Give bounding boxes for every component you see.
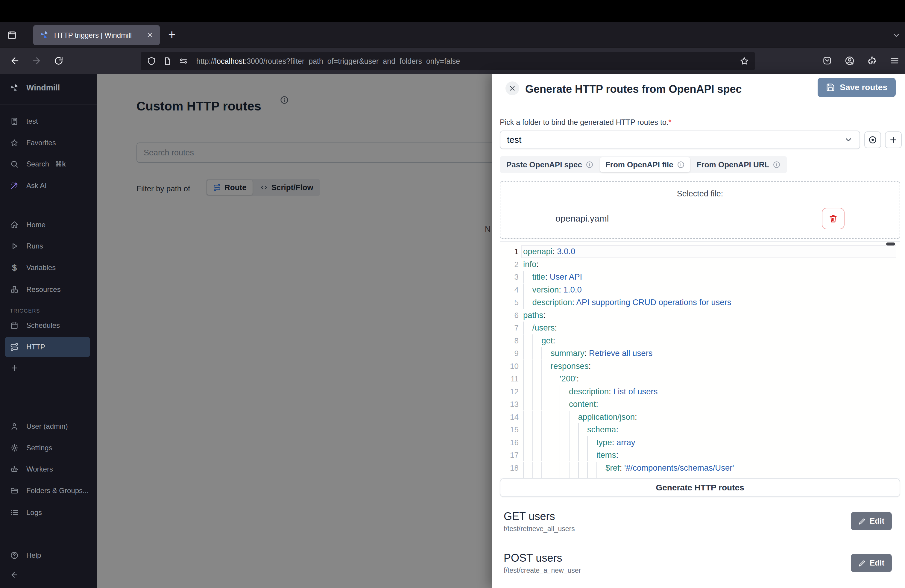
edit-route-button[interactable]: Edit (851, 554, 892, 572)
tab-from-url[interactable]: From OpenAPI URL (691, 157, 786, 172)
tab-paste-spec[interactable]: Paste OpenAPI spec (501, 157, 599, 172)
remove-file-button[interactable] (822, 208, 845, 229)
sidebar-item-search[interactable]: Search ⌘k (0, 154, 97, 174)
sidebar-item-runs[interactable]: Runs (0, 237, 97, 256)
info-icon (586, 161, 594, 168)
url-bar[interactable]: http://localhost:3000/routes?filter_path… (141, 52, 755, 70)
sidebar-item-schedules[interactable]: Schedules (0, 316, 97, 335)
add-folder-button[interactable] (885, 132, 902, 148)
sidebar-item-help[interactable]: Help (0, 546, 97, 565)
file-row: openapi.yaml (556, 207, 845, 230)
yaml-code-editor[interactable]: 1openapi: 3.0.02info:3title: User API4ve… (500, 241, 900, 478)
sidebar-item-folders[interactable]: Folders & Groups... (0, 481, 97, 500)
tab-from-file[interactable]: From OpenAPI file (600, 157, 690, 172)
user-icon (10, 422, 19, 431)
generate-routes-drawer: Generate HTTP routes from OpenAPI spec S… (492, 74, 905, 588)
selected-file-label: Selected file: (500, 189, 900, 199)
sidebar-item-home[interactable]: Home (0, 215, 97, 234)
tab-list-chevron-icon[interactable] (892, 31, 901, 40)
sidebar-add-trigger[interactable] (0, 358, 97, 378)
list-icon (10, 509, 19, 517)
selected-file-box: Selected file: openapi.yaml (500, 181, 900, 238)
brand-label: Windmill (26, 83, 60, 92)
reload-button[interactable] (54, 56, 64, 66)
tab-title: HTTP triggers | Windmill (54, 31, 144, 40)
magic-wand-icon (10, 181, 19, 190)
generate-routes-button[interactable]: Generate HTTP routes (500, 478, 900, 497)
tab-close-icon[interactable]: ✕ (147, 30, 153, 40)
route-icon (10, 343, 19, 351)
code-line: 1openapi: 3.0.0 (500, 245, 900, 258)
sidebar-item-settings[interactable]: Settings (0, 438, 97, 458)
spec-source-tabs: Paste OpenAPI spec From OpenAPI file Fro… (500, 156, 787, 173)
macos-menubar (0, 0, 905, 22)
code-line: 3title: User API (500, 271, 900, 283)
code-line: 7/users: (500, 321, 900, 334)
sidebar-item-favorites[interactable]: Favorites (0, 133, 97, 153)
save-routes-button[interactable]: Save routes (818, 78, 896, 97)
sidebar-item-ask-ai[interactable]: Ask AI (0, 176, 97, 195)
bookmark-star-icon[interactable] (740, 56, 749, 66)
code-line: 6paths: (500, 309, 900, 322)
building-icon (10, 117, 19, 126)
folder-select-value: test (507, 135, 521, 145)
code-line: 5description: API supporting CRUD operat… (500, 296, 900, 309)
code-line: 8get: (500, 334, 900, 347)
browser-tab[interactable]: HTTP triggers | Windmill ✕ (33, 25, 160, 45)
sidebar-item-workers[interactable]: Workers (0, 459, 97, 479)
sidebar-item-workspace[interactable]: test (0, 112, 97, 131)
code-line: 14application/json: (500, 411, 900, 424)
folder-select[interactable]: test (500, 130, 860, 149)
robot-icon (10, 465, 19, 474)
sidebar-item-logs[interactable]: Logs (0, 503, 97, 522)
account-icon[interactable] (845, 56, 855, 66)
windmill-logo[interactable]: Windmill (0, 78, 97, 97)
trash-icon (829, 214, 838, 223)
windmill-pinwheel-icon (10, 83, 19, 93)
new-tab-button[interactable]: + (168, 27, 176, 42)
back-button[interactable] (10, 56, 20, 66)
code-lines: 1openapi: 3.0.02info:3title: User API4ve… (500, 242, 900, 478)
code-line: 16type: array (500, 436, 900, 449)
url-text: http://localhost:3000/routes?filter_path… (196, 57, 735, 65)
explore-folder-button[interactable] (864, 132, 881, 148)
screen: HTTP triggers | Windmill ✕ + http://loca… (0, 0, 905, 588)
page-info-icon[interactable] (163, 56, 172, 66)
sidebar-item-user[interactable]: User (admin) (0, 417, 97, 436)
edit-route-button[interactable]: Edit (851, 512, 892, 530)
save-icon (826, 83, 835, 92)
code-line: 19 (500, 474, 900, 478)
folder-label: Pick a folder to bind the generated HTTP… (500, 118, 671, 127)
gear-icon (10, 444, 19, 452)
forward-button[interactable] (32, 56, 41, 66)
menu-icon[interactable] (889, 56, 900, 66)
help-icon (10, 551, 19, 559)
code-line: 17items: (500, 449, 900, 462)
search-icon (10, 160, 19, 168)
close-icon[interactable] (505, 81, 519, 95)
tab-overview-icon[interactable] (6, 30, 17, 41)
sidebar-triggers-heading: TRIGGERS (10, 308, 40, 314)
code-line: 10responses: (500, 360, 900, 373)
code-line: 2info: (500, 258, 900, 271)
chevron-down-icon (844, 135, 853, 144)
dollar-icon: $ (10, 262, 19, 273)
code-line: 12description: List of users (500, 385, 900, 398)
home-icon (10, 221, 19, 229)
pocket-icon[interactable] (822, 56, 832, 66)
app-content: Windmill test Favorites Search ⌘k Ask AI (0, 74, 905, 588)
sidebar-item-http[interactable]: HTTP (5, 337, 90, 357)
permissions-icon[interactable] (178, 56, 189, 66)
extensions-icon[interactable] (867, 56, 877, 66)
shield-icon[interactable] (147, 56, 156, 66)
route-title: GET users (504, 510, 555, 523)
editor-scrollbar-thumb[interactable] (886, 243, 895, 245)
plus-icon (10, 364, 19, 372)
route-path: f/test/create_a_new_user (504, 566, 581, 575)
sidebar-item-variables[interactable]: $ Variables (0, 258, 97, 277)
info-icon (773, 161, 781, 168)
folder-icon (10, 486, 19, 495)
required-asterisk: * (668, 118, 672, 126)
sidebar-collapse-button[interactable] (0, 565, 97, 585)
sidebar-item-resources[interactable]: Resources (0, 280, 97, 299)
